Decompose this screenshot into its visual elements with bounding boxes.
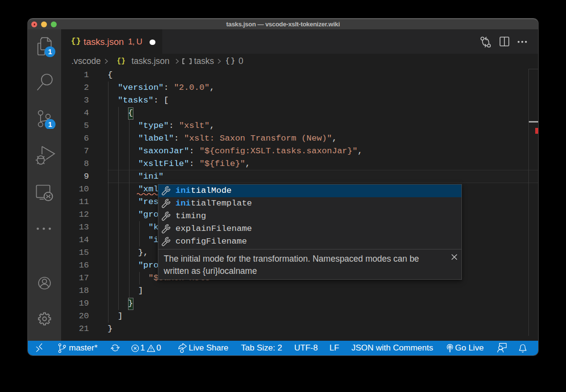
- svg-text:1: 1: [48, 48, 52, 56]
- svg-text:1: 1: [48, 121, 52, 128]
